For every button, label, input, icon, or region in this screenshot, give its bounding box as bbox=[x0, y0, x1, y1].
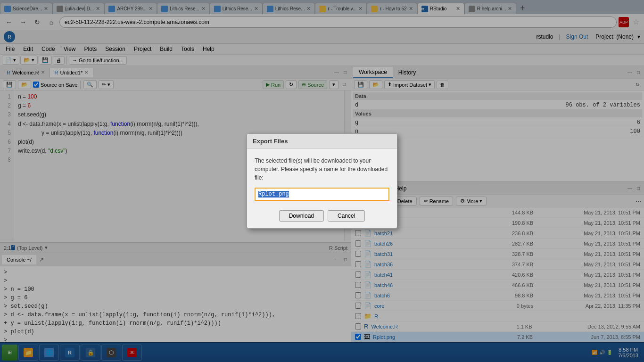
export-files-dialog: Export Files The selected file(s) will b… bbox=[247, 133, 397, 229]
modal-message: The selected file(s) will be downloaded … bbox=[255, 156, 389, 182]
modal-title: Export Files bbox=[253, 138, 288, 145]
modal-footer: Download Cancel bbox=[247, 206, 397, 228]
modal-header: Export Files bbox=[247, 134, 397, 149]
filename-input[interactable] bbox=[255, 188, 389, 201]
modal-overlay: Export Files The selected file(s) will b… bbox=[0, 0, 644, 362]
modal-body: The selected file(s) will be downloaded … bbox=[247, 149, 397, 206]
download-button[interactable]: Download bbox=[279, 210, 324, 222]
cancel-button[interactable]: Cancel bbox=[328, 210, 365, 222]
